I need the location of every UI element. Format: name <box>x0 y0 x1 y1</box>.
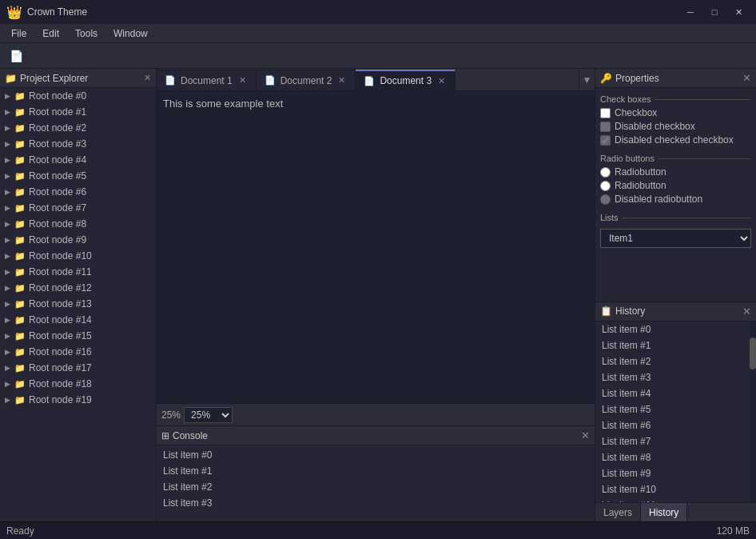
console-item-3[interactable]: List item #3 <box>157 495 595 511</box>
tab-bar: 📄Document 1✕📄Document 2✕📄Document 3✕▼ <box>157 69 595 91</box>
history-item-9[interactable]: List item #9 <box>595 465 756 481</box>
history-panel: 📋 History ✕ List item #0List item #1List… <box>595 301 756 503</box>
history-item-1[interactable]: List item #1 <box>595 337 756 353</box>
history-item-11[interactable]: List item #11 <box>595 497 756 503</box>
tree-item-14[interactable]: ▶📁Root node #14 <box>0 312 156 328</box>
tree-arrow: ▶ <box>5 284 11 292</box>
history-item-2[interactable]: List item #2 <box>595 353 756 369</box>
properties-icon: 🔑 <box>600 73 612 84</box>
section-divider <box>655 99 751 100</box>
tree-item-1[interactable]: ▶📁Root node #1 <box>0 104 156 120</box>
window-controls: ─ □ ✕ <box>679 4 750 20</box>
tree-item-15[interactable]: ▶📁Root node #15 <box>0 328 156 344</box>
tab-1[interactable]: 📄Document 2✕ <box>257 70 356 90</box>
folder-icon: 📁 <box>14 235 26 246</box>
tree-item-6[interactable]: ▶📁Root node #6 <box>0 184 156 200</box>
properties-title: 🔑 Properties <box>600 73 659 84</box>
checkbox-0[interactable] <box>600 108 611 118</box>
tree-item-7[interactable]: ▶📁Root node #7 <box>0 200 156 216</box>
tree-item-5[interactable]: ▶📁Root node #5 <box>0 168 156 184</box>
console-close[interactable]: ✕ <box>581 429 590 441</box>
folder-icon: 📁 <box>14 219 26 230</box>
tree-item-8[interactable]: ▶📁Root node #8 <box>0 216 156 232</box>
radio-0[interactable] <box>600 167 611 178</box>
checkbox-row-1: Disabled checkbox <box>600 121 751 132</box>
minimize-button[interactable]: ─ <box>679 4 702 20</box>
console-item-2[interactable]: List item #2 <box>157 479 595 495</box>
editor-bottom-bar: 25% 25%50%75%100%150%200% <box>157 403 595 425</box>
project-explorer-close[interactable]: ✕ <box>144 73 151 83</box>
new-file-button[interactable]: 📄 <box>5 46 27 66</box>
history-scrollbar[interactable] <box>750 321 756 503</box>
tree-item-3[interactable]: ▶📁Root node #3 <box>0 136 156 152</box>
tab-2[interactable]: 📄Document 3✕ <box>356 70 456 90</box>
folder-icon: 📁 <box>14 395 26 405</box>
tree-item-16[interactable]: ▶📁Root node #16 <box>0 344 156 360</box>
tab-0[interactable]: 📄Document 1✕ <box>157 70 257 90</box>
history-item-8[interactable]: List item #8 <box>595 449 756 465</box>
zoom-label: 25% <box>161 409 181 421</box>
zoom-select[interactable]: 25%50%75%100%150%200% <box>184 407 233 423</box>
tree-item-18[interactable]: ▶📁Root node #18 <box>0 376 156 392</box>
doc-icon: 📄 <box>265 75 276 86</box>
folder-icon: 📁 <box>14 299 26 309</box>
checkbox-label-1: Disabled checkbox <box>615 121 695 132</box>
tree-item-2[interactable]: ▶📁Root node #2 <box>0 120 156 136</box>
checkbox-disabled-checked <box>600 135 611 146</box>
folder-icon: 📁 <box>14 347 26 357</box>
project-explorer-title: 📁 Project Explorer <box>5 73 88 84</box>
history-scroll-thumb[interactable] <box>750 337 756 369</box>
tab-close-1[interactable]: ✕ <box>336 75 347 86</box>
history-item-7[interactable]: List item #7 <box>595 433 756 449</box>
history-item-5[interactable]: List item #5 <box>595 401 756 417</box>
tree-item-17[interactable]: ▶📁Root node #17 <box>0 360 156 376</box>
tab-close-2[interactable]: ✕ <box>436 76 447 86</box>
history-item-4[interactable]: List item #4 <box>595 385 756 401</box>
history-item-0[interactable]: List item #0 <box>595 321 756 337</box>
console-item-0[interactable]: List item #0 <box>157 447 595 463</box>
maximize-button[interactable]: □ <box>703 4 726 20</box>
folder-icon: 📁 <box>14 315 26 325</box>
tab-dropdown[interactable]: ▼ <box>579 70 595 90</box>
close-button[interactable]: ✕ <box>727 4 750 20</box>
tree-item-4[interactable]: ▶📁Root node #4 <box>0 152 156 168</box>
doc-icon: 📄 <box>165 75 176 86</box>
folder-icon: 📁 <box>14 155 26 166</box>
folder-icon: 📁 <box>5 73 17 84</box>
checkboxes-title: Check boxes <box>600 94 751 104</box>
tree-item-13[interactable]: ▶📁Root node #13 <box>0 296 156 312</box>
history-item-10[interactable]: List item #10 <box>595 481 756 497</box>
radio-1[interactable] <box>600 181 611 191</box>
tree-item-12[interactable]: ▶📁Root node #12 <box>0 280 156 296</box>
console-item-1[interactable]: List item #1 <box>157 463 595 479</box>
menu-tools[interactable]: Tools <box>67 24 105 43</box>
menu-window[interactable]: Window <box>105 24 156 43</box>
main-area: 📁 Project Explorer ✕ ▶📁Root node #0▶📁Roo… <box>0 69 756 521</box>
editor-area[interactable]: This is some example text <box>157 91 595 403</box>
tree-arrow: ▶ <box>5 108 11 116</box>
tree-item-10[interactable]: ▶📁Root node #10 <box>0 248 156 264</box>
folder-icon: 📁 <box>14 107 26 118</box>
tree-item-19[interactable]: ▶📁Root node #19 <box>0 392 156 408</box>
tree-arrow: ▶ <box>5 300 11 308</box>
list-select[interactable]: Item1Item2Item3Item4 <box>600 229 751 248</box>
tree-arrow: ▶ <box>5 156 11 164</box>
tab-history[interactable]: History <box>641 503 687 522</box>
menu-file[interactable]: File <box>3 24 34 43</box>
history-item-3[interactable]: List item #3 <box>595 369 756 385</box>
properties-content: Check boxes Checkbox Disabled checkbox D… <box>595 88 756 301</box>
tree-item-9[interactable]: ▶📁Root node #9 <box>0 232 156 248</box>
menu-edit[interactable]: Edit <box>34 24 67 43</box>
tab-layers[interactable]: Layers <box>595 503 641 522</box>
folder-icon: 📁 <box>14 187 26 198</box>
console-title: ⊞ Console <box>161 430 208 441</box>
history-close[interactable]: ✕ <box>742 305 751 317</box>
tree-item-0[interactable]: ▶📁Root node #0 <box>0 88 156 104</box>
lists-section: Lists Item1Item2Item3Item4 <box>600 213 751 248</box>
lists-section-divider <box>622 218 751 218</box>
properties-close[interactable]: ✕ <box>742 72 751 84</box>
tab-close-0[interactable]: ✕ <box>237 75 248 86</box>
tree-item-11[interactable]: ▶📁Root node #11 <box>0 264 156 280</box>
history-item-6[interactable]: List item #6 <box>595 417 756 433</box>
checkbox-row-2: Disabled checked checkbox <box>600 134 751 146</box>
